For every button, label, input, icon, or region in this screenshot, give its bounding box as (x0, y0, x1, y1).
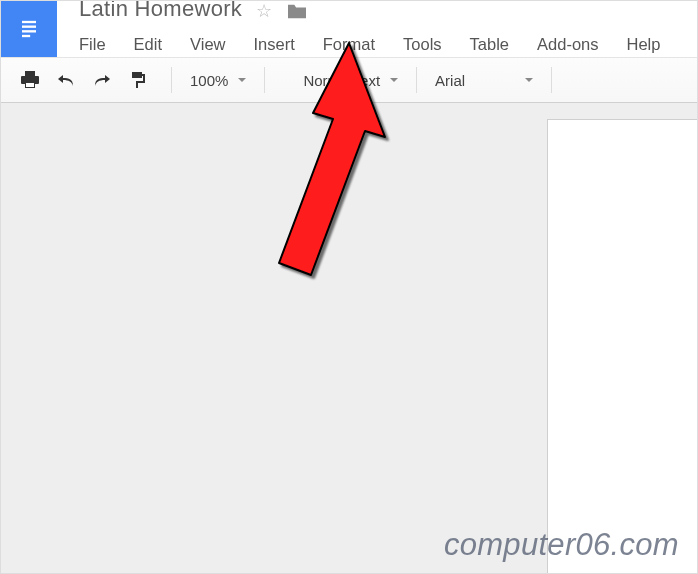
menu-file[interactable]: File (79, 31, 120, 58)
document-page[interactable] (547, 119, 697, 574)
svg-rect-9 (132, 72, 142, 78)
toolbar: 100% Normal text Arial (1, 57, 697, 103)
docs-app-icon[interactable] (1, 1, 57, 57)
svg-rect-5 (25, 71, 35, 76)
svg-rect-1 (22, 21, 36, 23)
redo-button[interactable] (87, 65, 117, 95)
font-value: Arial (435, 72, 465, 89)
menu-edit[interactable]: Edit (120, 31, 176, 58)
document-title[interactable]: Latin Homework (79, 0, 242, 22)
svg-rect-4 (22, 35, 30, 37)
document-canvas[interactable] (1, 103, 697, 574)
paint-format-icon (130, 71, 146, 89)
toolbar-separator (416, 67, 417, 93)
menu-tools[interactable]: Tools (389, 31, 456, 58)
redo-icon (93, 73, 111, 87)
print-button[interactable] (15, 65, 45, 95)
svg-rect-2 (22, 26, 36, 28)
undo-button[interactable] (51, 65, 81, 95)
chevron-down-icon (525, 78, 533, 82)
docs-logo-icon (15, 15, 43, 43)
font-dropdown[interactable]: Arial (429, 70, 539, 91)
svg-rect-8 (26, 83, 34, 87)
paint-format-button[interactable] (123, 65, 153, 95)
paragraph-style-dropdown[interactable]: Normal text (277, 70, 404, 91)
toolbar-separator (264, 67, 265, 93)
toolbar-separator (551, 67, 552, 93)
paragraph-style-value: Normal text (283, 72, 380, 89)
svg-rect-3 (22, 30, 36, 32)
toolbar-separator (171, 67, 172, 93)
chevron-down-icon (390, 78, 398, 82)
menu-help[interactable]: Help (613, 31, 675, 58)
menu-bar: File Edit View Insert Format Tools Table… (1, 23, 697, 57)
menu-view[interactable]: View (176, 31, 239, 58)
star-icon[interactable]: ☆ (256, 0, 272, 22)
print-icon (20, 71, 40, 89)
folder-icon[interactable] (286, 2, 308, 20)
undo-icon (57, 73, 75, 87)
menu-insert[interactable]: Insert (240, 31, 309, 58)
zoom-dropdown[interactable]: 100% (184, 70, 252, 91)
menu-table[interactable]: Table (456, 31, 523, 58)
chevron-down-icon (238, 78, 246, 82)
svg-rect-13 (136, 81, 138, 88)
menu-format[interactable]: Format (309, 31, 389, 58)
menu-addons[interactable]: Add-ons (523, 31, 612, 58)
zoom-value: 100% (190, 72, 228, 89)
